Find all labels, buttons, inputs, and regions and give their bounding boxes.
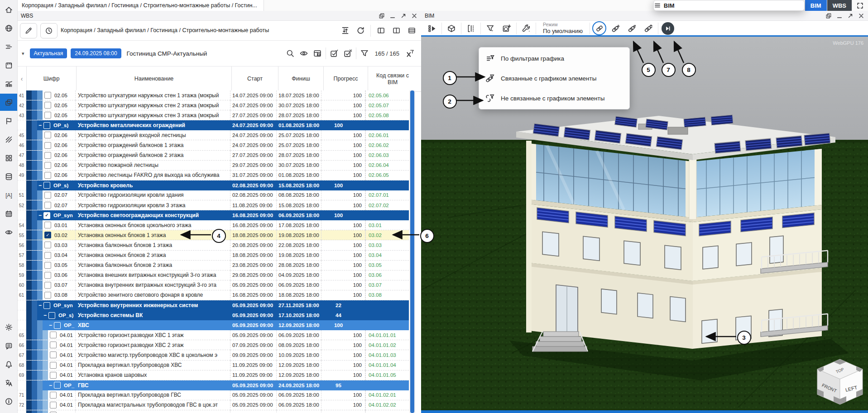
table-row[interactable]: 6504.01Устройство горизонт.разводки ХВС … [17,330,409,340]
link-filter-active-button[interactable] [591,22,608,35]
table-row[interactable]: 4802.06Устройство пожарной лестницы29.07… [17,161,409,171]
sidebar-item-globe[interactable] [0,19,17,37]
filter-button[interactable] [358,47,371,60]
wbs-close-icon[interactable] [411,13,417,19]
layout-two-pane-button[interactable] [374,24,388,37]
wbs-view-button[interactable]: WBS [827,0,852,11]
row-checkbox[interactable] [44,172,51,179]
column-header-start[interactable]: Старт [232,66,278,91]
column-header-name[interactable]: Наименование [77,66,232,91]
row-checkbox[interactable] [43,182,50,189]
bim-minimize-icon[interactable] [836,13,843,19]
collapse-toggle[interactable]: − [43,312,47,318]
table-row[interactable]: 5102.07Устройство гидроизоляции кровли з… [17,190,409,200]
row-checkbox[interactable] [44,192,51,199]
navigation-cube[interactable]: TOP FRONT LEFT [817,359,863,404]
link-delete-button[interactable] [640,22,657,35]
sidebar-item-translate[interactable] [0,374,17,391]
row-checkbox[interactable] [44,292,51,299]
column-header-bim-code[interactable]: Код связки с BIM [368,66,417,91]
row-checkbox[interactable] [50,362,57,369]
table-row[interactable]: 7104.01Прокладка вертикал.трубопроводов … [17,390,409,400]
table-row[interactable]: 5403.01Установка оконных блоков цокольно… [17,220,409,230]
table-row[interactable]: 4702.06Устройство ограждений балконов 2 … [17,151,409,161]
wbs-restore-icon[interactable] [379,13,385,19]
collapse-toggle[interactable]: − [49,382,52,389]
row-checkbox[interactable] [50,351,57,358]
refresh-button[interactable] [354,24,367,37]
sidebar-item-eye[interactable] [0,223,17,241]
columns-layout-button[interactable] [311,47,324,60]
row-checkbox[interactable] [44,282,51,289]
row-checkbox[interactable] [44,152,51,159]
row-checkbox[interactable] [44,162,51,169]
table-row[interactable]: 6604.01Устройство горизонт.разводки ХВС … [17,340,409,350]
sidebar-item-grid[interactable] [0,149,17,166]
row-checkbox[interactable] [44,112,51,119]
row-checkbox[interactable] [44,202,51,209]
row-checkbox[interactable] [43,122,50,129]
row-checkbox[interactable] [44,102,51,109]
row-checkbox[interactable] [50,392,57,399]
row-checkbox[interactable]: ✓ [43,212,50,219]
link-refresh-button[interactable] [624,22,640,35]
collapse-toggle[interactable]: − [38,122,42,128]
row-checkbox[interactable] [44,92,51,99]
settings-wrench-button[interactable] [518,22,534,35]
table-row[interactable]: 55✓03.02Установка оконных блоков 1 этажа… [17,230,409,240]
collapse-toggle[interactable]: − [38,302,42,309]
table-row[interactable]: 5703.04Установка оконных блоков 2 этажа1… [17,251,409,261]
table-row[interactable]: 7204.01Прокладка магистральных трубопров… [17,400,409,410]
sidebar-item-calendar[interactable] [0,205,17,222]
row-checkbox[interactable] [44,222,51,228]
wbs-expand-icon[interactable] [400,13,407,19]
clear-filter-button[interactable] [403,47,417,60]
row-checkbox[interactable] [54,382,61,389]
menu-item-1[interactable]: По фильтрам графика [479,48,629,68]
table-row[interactable]: 5603.03Установка балконных блоков 1 этаж… [17,240,409,250]
mode-selector[interactable]: Режим По умолчанию [537,21,588,36]
visibility-button[interactable] [297,47,311,60]
row-checkbox[interactable] [44,252,51,259]
sidebar-item-home[interactable] [0,1,17,18]
menu-item-2[interactable]: Связанные с графиком элементы [479,68,629,88]
table-row[interactable]: 6103.08Устройство зенитного светового фо… [17,290,409,300]
bim-restore-icon[interactable] [825,13,832,19]
row-checkbox[interactable] [44,262,51,269]
bim-close-icon[interactable] [858,13,864,19]
row-checkbox[interactable] [50,342,57,348]
table-row[interactable]: 6804.01Прокладка вертикал.трубопроводов … [17,361,409,370]
bim-view-button[interactable]: BIM [805,0,827,11]
date-badge[interactable]: 24.09.2025 08:00 [71,48,121,58]
table-row[interactable]: 6003.07Установка внутренних витражных ко… [17,280,409,290]
row-checkbox[interactable] [54,322,61,329]
check-selected-button[interactable] [327,47,341,60]
table-row[interactable]: 4902.06Устройство лестницы FAKRO для вых… [17,171,409,180]
sidebar-item-flag[interactable] [0,112,17,129]
table-row[interactable]: 4202.05Устройство штукатурки наружных ст… [17,100,409,110]
menu-item-3[interactable]: Не связанные с графиком элементы [479,88,629,108]
table-row[interactable]: 6704.01Устройство магистр.трубопроводов … [17,350,409,360]
sidebar-item-hatch[interactable] [0,131,17,148]
chevron-down-icon[interactable]: ▾ [22,51,24,57]
sidebar-item-sun[interactable] [0,318,17,336]
uncheck-selected-button[interactable] [341,47,355,60]
sidebar-item-database[interactable] [0,168,17,185]
table-row[interactable]: 5903.06Установка внешних витражных конст… [17,271,409,280]
row-checkbox[interactable] [44,142,51,149]
sidebar-item-bracket-a[interactable]: [A] [0,186,17,204]
row-checkbox[interactable] [50,372,57,379]
column-header-progress[interactable]: Прогресс [324,66,368,91]
add-model-button[interactable] [499,22,515,35]
sidebar-item-comment[interactable] [0,337,17,354]
bim-filter-button[interactable] [482,22,499,35]
breadcrumb-tab[interactable]: Корпорация / Западный филиал / Гостиница… [17,0,264,11]
sidebar-item-list-lines[interactable] [0,38,17,55]
sidebar-item-board[interactable] [0,57,17,74]
layout-rows-button[interactable] [405,24,418,37]
table-row[interactable]: 70−OP_ГВС05.09.2025 09:0024.09.2025 18:0… [17,380,409,390]
table-vertical-scrollbar[interactable] [409,90,415,413]
sidebar-item-windows[interactable] [0,94,17,111]
row-checkbox[interactable] [48,312,55,319]
sidebar-item-info[interactable] [0,393,17,410]
